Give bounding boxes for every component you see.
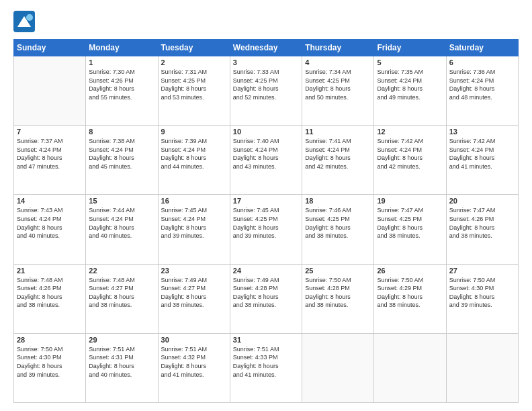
calendar-day-cell [14, 56, 86, 126]
day-info: Sunrise: 7:43 AMSunset: 4:24 PMDaylight:… [17, 206, 83, 240]
day-info-line: Sunrise: 7:42 AM [377, 138, 423, 144]
day-info: Sunrise: 7:48 AMSunset: 4:26 PMDaylight:… [17, 276, 83, 310]
day-info-line: Daylight: 8 hours [161, 154, 207, 161]
calendar-day-cell: 23Sunrise: 7:49 AMSunset: 4:27 PMDayligh… [158, 264, 230, 333]
day-number: 11 [305, 128, 371, 136]
calendar-week-row: 14Sunrise: 7:43 AMSunset: 4:24 PMDayligh… [14, 195, 519, 264]
day-info-line: Sunset: 4:25 PM [233, 216, 278, 222]
day-number: 20 [449, 197, 515, 205]
day-info-line: Sunset: 4:24 PM [305, 146, 350, 153]
calendar-day-cell: 2Sunrise: 7:31 AMSunset: 4:25 PMDaylight… [158, 56, 230, 126]
calendar-day-header: Monday [86, 40, 158, 56]
day-info-line: Sunset: 4:27 PM [89, 285, 134, 291]
day-number: 1 [89, 58, 154, 66]
day-info-line: Sunrise: 7:48 AM [17, 277, 63, 283]
day-info-line: Sunrise: 7:39 AM [161, 138, 208, 144]
day-info-line: and 50 minutes. [305, 94, 348, 101]
day-info-line: Daylight: 8 hours [305, 85, 351, 92]
day-info-line: and 43 minutes. [233, 163, 276, 170]
calendar-day-cell: 25Sunrise: 7:50 AMSunset: 4:28 PMDayligh… [302, 264, 374, 333]
day-info-line: Daylight: 8 hours [377, 224, 423, 231]
calendar-day-cell: 21Sunrise: 7:48 AMSunset: 4:26 PMDayligh… [14, 264, 86, 333]
day-info: Sunrise: 7:48 AMSunset: 4:27 PMDaylight:… [89, 276, 154, 310]
day-info-line: Sunrise: 7:37 AM [17, 138, 63, 144]
calendar-day-cell: 20Sunrise: 7:47 AMSunset: 4:26 PMDayligh… [446, 195, 518, 264]
day-info-line: Sunrise: 7:47 AM [449, 207, 496, 214]
day-info-line: and 44 minutes. [161, 163, 204, 170]
day-info-line: Daylight: 8 hours [17, 224, 62, 231]
day-info-line: Daylight: 8 hours [449, 154, 495, 161]
calendar-week-row: 21Sunrise: 7:48 AMSunset: 4:26 PMDayligh… [14, 264, 519, 333]
day-info-line: Sunrise: 7:49 AM [161, 277, 208, 283]
day-info-line: and 39 minutes. [161, 232, 204, 239]
day-info-line: Sunrise: 7:36 AM [449, 68, 496, 75]
calendar-day-cell: 3Sunrise: 7:33 AMSunset: 4:25 PMDaylight… [230, 56, 302, 126]
day-info-line: Sunrise: 7:50 AM [449, 277, 496, 283]
day-number: 10 [233, 128, 299, 136]
day-info-line: Daylight: 8 hours [377, 85, 423, 92]
header [13, 11, 519, 32]
day-info-line: Sunset: 4:25 PM [233, 77, 278, 84]
day-info-line: Daylight: 8 hours [161, 85, 207, 92]
day-info: Sunrise: 7:50 AMSunset: 4:28 PMDaylight:… [305, 276, 371, 310]
day-info-line: Daylight: 8 hours [377, 293, 423, 300]
day-info-line: Sunset: 4:28 PM [233, 285, 278, 291]
logo-icon [13, 11, 35, 32]
day-info-line: Sunrise: 7:47 AM [377, 207, 423, 214]
day-info: Sunrise: 7:40 AMSunset: 4:24 PMDaylight:… [233, 137, 299, 171]
day-info-line: and 38 minutes. [233, 302, 276, 308]
calendar-day-cell: 30Sunrise: 7:51 AMSunset: 4:32 PMDayligh… [158, 333, 230, 402]
day-info-line: Sunset: 4:25 PM [305, 216, 350, 222]
day-info-line: Sunset: 4:24 PM [377, 146, 422, 153]
day-info: Sunrise: 7:41 AMSunset: 4:24 PMDaylight:… [305, 137, 371, 171]
day-info-line: Daylight: 8 hours [17, 363, 62, 369]
day-info-line: Sunrise: 7:51 AM [233, 346, 279, 353]
day-info: Sunrise: 7:49 AMSunset: 4:28 PMDaylight:… [233, 276, 299, 310]
day-info-line: and 38 minutes. [305, 302, 348, 308]
day-info-line: Sunset: 4:24 PM [449, 146, 494, 153]
day-info: Sunrise: 7:44 AMSunset: 4:24 PMDaylight:… [89, 206, 154, 240]
day-info: Sunrise: 7:39 AMSunset: 4:24 PMDaylight:… [161, 137, 227, 171]
day-info-line: Sunrise: 7:51 AM [161, 346, 208, 353]
day-info-line: and 38 minutes. [305, 232, 348, 239]
day-info: Sunrise: 7:35 AMSunset: 4:24 PMDaylight:… [377, 68, 443, 101]
day-info-line: and 42 minutes. [305, 163, 348, 170]
calendar-week-row: 1Sunrise: 7:30 AMSunset: 4:26 PMDaylight… [14, 56, 519, 126]
day-number: 7 [17, 128, 83, 136]
day-info-line: Daylight: 8 hours [89, 85, 134, 92]
day-info: Sunrise: 7:47 AMSunset: 4:25 PMDaylight:… [377, 206, 443, 240]
calendar-day-cell: 9Sunrise: 7:39 AMSunset: 4:24 PMDaylight… [158, 126, 230, 195]
day-number: 14 [17, 197, 83, 205]
day-number: 19 [377, 197, 443, 205]
day-info-line: Sunrise: 7:50 AM [377, 277, 423, 283]
calendar-day-cell: 13Sunrise: 7:42 AMSunset: 4:24 PMDayligh… [446, 126, 518, 195]
calendar-table: SundayMondayTuesdayWednesdayThursdayFrid… [13, 39, 519, 403]
day-info-line: Sunset: 4:30 PM [449, 285, 494, 291]
day-info-line: and 38 minutes. [377, 232, 420, 239]
day-info-line: Sunrise: 7:46 AM [305, 207, 351, 214]
day-info-line: Daylight: 8 hours [17, 154, 62, 161]
day-info-line: Daylight: 8 hours [449, 293, 495, 300]
day-info-line: Sunrise: 7:50 AM [305, 277, 351, 283]
day-info-line: and 48 minutes. [449, 94, 492, 101]
calendar-day-cell: 15Sunrise: 7:44 AMSunset: 4:24 PMDayligh… [86, 195, 158, 264]
svg-point-2 [26, 14, 33, 21]
day-info-line: Sunset: 4:26 PM [449, 216, 494, 222]
day-info-line: Daylight: 8 hours [449, 85, 495, 92]
day-info-line: Sunset: 4:25 PM [305, 77, 350, 84]
day-number: 25 [305, 267, 371, 275]
day-info-line: and 55 minutes. [89, 94, 132, 101]
day-info-line: Daylight: 8 hours [161, 363, 207, 369]
day-info-line: Sunset: 4:26 PM [89, 77, 134, 84]
calendar-day-cell: 10Sunrise: 7:40 AMSunset: 4:24 PMDayligh… [230, 126, 302, 195]
day-number: 5 [377, 58, 443, 66]
day-info-line: Sunset: 4:31 PM [89, 354, 134, 361]
day-info: Sunrise: 7:42 AMSunset: 4:24 PMDaylight:… [449, 137, 515, 171]
day-info: Sunrise: 7:46 AMSunset: 4:25 PMDaylight:… [305, 206, 371, 240]
calendar-day-header: Saturday [446, 40, 518, 56]
day-info-line: Sunset: 4:30 PM [17, 354, 62, 361]
calendar-day-cell: 16Sunrise: 7:45 AMSunset: 4:24 PMDayligh… [158, 195, 230, 264]
day-number: 22 [89, 267, 154, 275]
calendar-day-cell: 22Sunrise: 7:48 AMSunset: 4:27 PMDayligh… [86, 264, 158, 333]
calendar-day-cell: 24Sunrise: 7:49 AMSunset: 4:28 PMDayligh… [230, 264, 302, 333]
